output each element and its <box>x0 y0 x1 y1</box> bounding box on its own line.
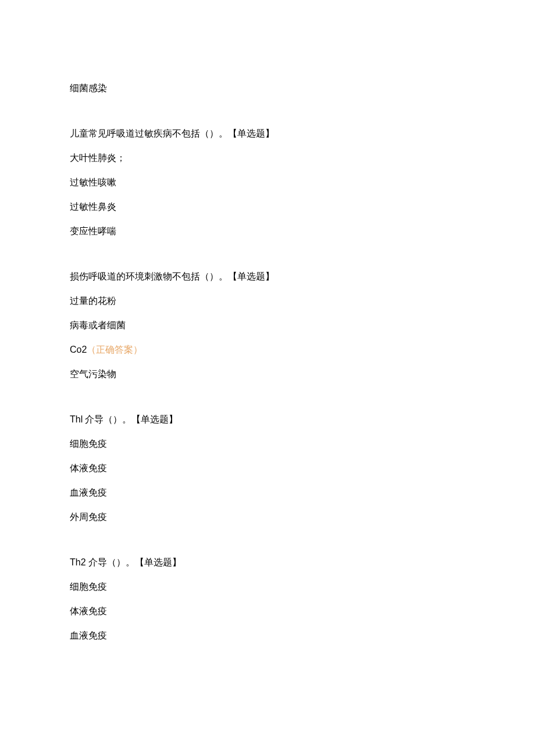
question-option: 血液免疫 <box>70 486 465 500</box>
question-option: 变应性哮喘 <box>70 224 465 238</box>
stem-prefix: Th2 <box>70 557 86 567</box>
question-option: 过量的花粉 <box>70 294 465 308</box>
question-stem: 儿童常见呼吸道过敏疾病不包括（）。【单选题】 <box>70 127 465 141</box>
stem-suffix: 介导（）。【单选题】 <box>83 414 178 424</box>
question-option: 病毒或者细菌 <box>70 318 465 332</box>
question-option: Co2（正确答案） <box>70 343 465 357</box>
fragment-option: 细菌感染 <box>70 81 465 95</box>
question-option: 空气污染物 <box>70 367 465 381</box>
stem-suffix: 介导（）。【单选题】 <box>86 557 181 567</box>
question-stem: 损伤呼吸道的环境刺激物不包括（）。【单选题】 <box>70 270 465 284</box>
question-option: 体液免疫 <box>70 604 465 618</box>
question-option: 血液免疫 <box>70 629 465 643</box>
question-option: 过敏性鼻炎 <box>70 200 465 214</box>
question-option: 细胞免疫 <box>70 437 465 451</box>
correct-answer-label: （正确答案） <box>87 345 142 354</box>
question-stem: Th2 介导（）。【单选题】 <box>70 556 465 569</box>
question-option: 细胞免疫 <box>70 580 465 594</box>
question-option: 过敏性咳嗽 <box>70 175 465 189</box>
question-option: 大叶性肺炎； <box>70 151 465 165</box>
question-option: 外周免疫 <box>70 510 465 524</box>
stem-prefix: Thl <box>70 414 83 424</box>
question-stem: Thl 介导（）。【单选题】 <box>70 413 465 427</box>
question-option: 体液免疫 <box>70 461 465 475</box>
option-text: Co2 <box>70 345 87 354</box>
